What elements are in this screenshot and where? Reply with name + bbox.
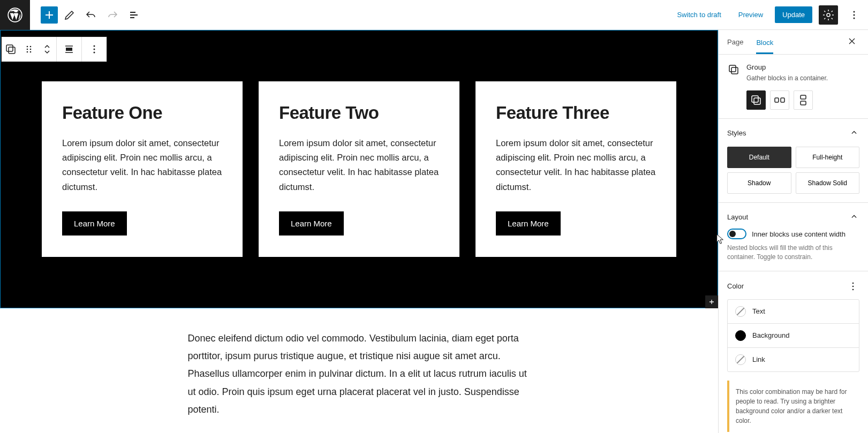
move-up-down[interactable]	[38, 37, 56, 62]
svg-point-7	[27, 46, 28, 48]
svg-rect-23	[801, 95, 806, 99]
styles-panel-title[interactable]: Styles	[727, 127, 859, 138]
svg-point-14	[94, 45, 95, 47]
svg-point-11	[27, 51, 28, 53]
sidebar-tabs: Page Block	[719, 30, 868, 55]
svg-rect-6	[9, 47, 15, 54]
color-options-button[interactable]	[847, 280, 859, 293]
layout-panel: Layout Inner blocks use content width Ne…	[719, 203, 868, 271]
align-button[interactable]	[57, 37, 81, 62]
pencil-icon	[63, 9, 76, 21]
svg-point-12	[30, 51, 32, 53]
svg-rect-24	[801, 101, 806, 105]
style-default-button[interactable]: Default	[727, 147, 791, 168]
list-view-button[interactable]	[124, 5, 144, 25]
settings-sidebar: Page Block Group Gather blocks in a cont…	[718, 30, 868, 433]
editor-canvas[interactable]: Feature One Lorem ipsum dolor sit amet, …	[0, 30, 718, 433]
svg-point-2	[854, 11, 855, 12]
list-view-icon	[127, 9, 140, 21]
layout-panel-title[interactable]: Layout	[727, 211, 859, 222]
kebab-icon	[847, 280, 859, 293]
settings-button[interactable]	[819, 5, 838, 25]
svg-point-3	[854, 14, 855, 16]
color-panel-title[interactable]: Color	[727, 282, 847, 290]
svg-point-9	[27, 49, 28, 50]
tools-edit-button[interactable]	[60, 5, 79, 25]
wp-logo[interactable]	[0, 0, 30, 30]
drag-icon	[22, 43, 35, 56]
gear-icon	[822, 9, 835, 21]
color-text-item[interactable]: Text	[728, 300, 859, 324]
feature-card[interactable]: Feature One Lorem ipsum dolor sit amet, …	[42, 81, 243, 257]
color-link-item[interactable]: Link	[728, 348, 859, 371]
undo-icon	[85, 9, 97, 21]
learn-more-button[interactable]: Learn More	[279, 211, 344, 236]
learn-more-button[interactable]: Learn More	[62, 211, 127, 236]
options-button[interactable]	[844, 5, 864, 25]
svg-rect-19	[752, 96, 758, 102]
tab-block[interactable]: Block	[756, 31, 773, 54]
feature-body[interactable]: Lorem ipsum dolor sit amet, consectetur …	[279, 136, 439, 194]
wordpress-icon	[7, 7, 22, 22]
variation-row-button[interactable]	[770, 90, 789, 110]
feature-card[interactable]: Feature Two Lorem ipsum dolor sit amet, …	[259, 81, 459, 257]
style-shadowsolid-button[interactable]: Shadow Solid	[796, 172, 860, 194]
add-block-inline[interactable]	[705, 295, 718, 308]
group-icon	[727, 63, 740, 76]
color-background-item[interactable]: Background	[728, 324, 859, 348]
svg-point-16	[94, 52, 95, 54]
svg-point-4	[854, 17, 855, 19]
contrast-warning: This color combination may be hard for p…	[727, 381, 859, 432]
group-block[interactable]: Feature One Lorem ipsum dolor sit amet, …	[0, 30, 718, 308]
plus-icon	[707, 298, 716, 306]
svg-rect-17	[729, 65, 736, 72]
redo-icon	[106, 9, 119, 21]
undo-button[interactable]	[81, 5, 101, 25]
feature-body[interactable]: Lorem ipsum dolor sit amet, consectetur …	[496, 136, 656, 194]
block-desc: Gather blocks in a container.	[746, 74, 828, 82]
style-shadow-button[interactable]: Shadow	[727, 172, 791, 194]
preview-button[interactable]: Preview	[733, 7, 768, 22]
color-list: Text Background Link	[727, 299, 859, 372]
editor-topbar: Switch to draft Preview Update	[0, 0, 868, 30]
switch-to-draft-button[interactable]: Switch to draft	[671, 7, 726, 22]
feature-title[interactable]: Feature Two	[279, 103, 439, 123]
svg-point-27	[852, 288, 854, 290]
plus-icon	[43, 9, 56, 21]
update-button[interactable]: Update	[775, 6, 812, 23]
toggle-help: Nested blocks will fill the width of thi…	[727, 244, 859, 262]
topbar-right-actions: Switch to draft Preview Update	[671, 5, 868, 25]
move-updown-icon	[41, 43, 54, 56]
drag-handle[interactable]	[20, 37, 38, 62]
variation-stack-button[interactable]	[794, 90, 813, 110]
close-sidebar-button[interactable]	[844, 34, 859, 50]
variation-group-button[interactable]	[746, 90, 766, 110]
svg-point-10	[30, 49, 32, 50]
svg-point-25	[852, 282, 854, 284]
block-type-button[interactable]	[2, 37, 20, 62]
svg-rect-22	[781, 98, 784, 102]
feature-title[interactable]: Feature One	[62, 103, 222, 123]
toggle-label: Inner blocks use content width	[752, 230, 846, 238]
paragraph-block[interactable]: Donec eleifend dictum odio vel commodo. …	[188, 308, 531, 433]
color-swatch	[735, 354, 746, 365]
svg-rect-18	[731, 67, 738, 74]
color-swatch	[735, 330, 746, 341]
learn-more-button[interactable]: Learn More	[496, 211, 561, 236]
block-more-button[interactable]	[82, 37, 107, 62]
feature-card[interactable]: Feature Three Lorem ipsum dolor sit amet…	[475, 81, 676, 257]
content-width-toggle[interactable]	[727, 229, 746, 239]
style-fullheight-button[interactable]: Full-height	[796, 147, 860, 168]
align-full-icon	[63, 43, 76, 56]
close-icon	[847, 36, 857, 47]
add-block-button[interactable]	[41, 6, 58, 24]
svg-point-1	[827, 13, 830, 17]
stack-variation-icon	[797, 94, 810, 107]
redo-button[interactable]	[103, 5, 122, 25]
color-swatch	[735, 306, 746, 317]
feature-title[interactable]: Feature Three	[496, 103, 656, 123]
feature-body[interactable]: Lorem ipsum dolor sit amet, consectetur …	[62, 136, 222, 194]
svg-point-26	[852, 285, 854, 287]
chevron-up-icon	[849, 127, 859, 138]
tab-page[interactable]: Page	[727, 31, 743, 54]
